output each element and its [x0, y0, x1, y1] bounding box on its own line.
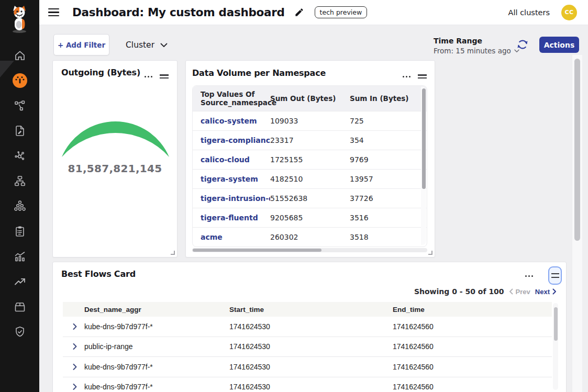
refresh-button[interactable] — [516, 38, 529, 51]
drag-handle-focused[interactable] — [548, 266, 562, 285]
sidebar-item-network[interactable] — [0, 143, 39, 169]
card-resize-handle[interactable] — [171, 251, 175, 255]
namespace-link[interactable]: tigera-intrusion-d… — [201, 194, 270, 203]
app-viewport: Dashboard: My custom dashboard tech prev… — [0, 0, 588, 392]
sidebar-item-service-graph[interactable] — [0, 93, 39, 118]
edit-dashboard-button[interactable] — [294, 7, 304, 17]
scrollbar-thumb[interactable] — [554, 307, 558, 341]
table-row: calico-system 109033 725 — [193, 111, 427, 130]
table-row: tigera-fluentd 9205685 3516 — [193, 208, 427, 227]
scrollbar-thumb[interactable] — [193, 249, 321, 252]
namespace-link[interactable]: tigera-compliance — [201, 136, 270, 144]
cluster-filter-dropdown[interactable]: Cluster — [126, 39, 168, 51]
prev-page-button[interactable]: Prev — [509, 288, 530, 296]
table-horizontal-scrollbar[interactable] — [192, 248, 427, 252]
sidebar-item-dashboards[interactable] — [0, 68, 39, 93]
table-row: kube-dns-9b7d977f-* 1741624530 174162456… — [63, 377, 552, 392]
namespace-link[interactable]: calico-cloud — [201, 155, 270, 164]
table-row: tigera-intrusion-d… 51552638 37726 — [193, 188, 427, 208]
shield-check-icon — [14, 326, 26, 338]
table-header-row: Dest_name_aggr Start_time End_time — [63, 302, 552, 317]
sum-in-value: 3518 — [350, 233, 423, 241]
expand-row-button[interactable] — [71, 382, 79, 392]
sum-in-value: 3516 — [350, 214, 423, 222]
sidebar-item-home[interactable] — [0, 43, 39, 68]
user-avatar[interactable]: CC — [561, 5, 577, 20]
expand-row-button[interactable] — [71, 362, 79, 372]
start-time: 1741624530 — [229, 342, 393, 351]
more-options-icon[interactable] — [525, 273, 534, 279]
home-icon — [14, 49, 26, 62]
sidebar-item-trends[interactable] — [0, 269, 39, 294]
drag-handle-icon[interactable] — [160, 71, 169, 82]
table-row: kube-dns-9b7d977f-* 1741624530 174162456… — [63, 357, 552, 377]
sum-in-value: 725 — [350, 117, 423, 125]
cluster-selector[interactable]: All clusters — [508, 8, 550, 17]
sidebar — [0, 0, 39, 392]
namespace-table: Top Values Of Source_namespace Sum Out (… — [192, 85, 427, 247]
sidebar-item-workloads[interactable] — [0, 294, 39, 319]
sidebar-item-statistics[interactable] — [0, 244, 39, 269]
main-content: + Add Filter Cluster Time Range From: 15… — [39, 25, 588, 392]
card-resize-handle[interactable] — [428, 251, 432, 255]
best-flows-table: Dest_name_aggr Start_time End_time kube-… — [63, 302, 552, 392]
sum-in-value: 13957 — [350, 175, 423, 183]
expand-row-button[interactable] — [71, 342, 79, 352]
sidebar-item-security[interactable] — [0, 319, 39, 344]
network-molecule-icon — [14, 150, 26, 162]
column-header: Start_time — [229, 306, 393, 313]
more-options-icon[interactable] — [144, 74, 153, 80]
end-time: 1741624560 — [393, 342, 552, 351]
time-range-dropdown[interactable]: From: 15 minutes ago — [434, 47, 519, 55]
table-vertical-scrollbar[interactable] — [553, 303, 558, 390]
end-time: 1741624560 — [393, 363, 552, 371]
menu-hamburger-icon[interactable] — [48, 6, 59, 18]
start-time: 1741624530 — [229, 363, 393, 371]
namespace-link[interactable]: tigera-system — [201, 175, 270, 183]
chevron-right-icon — [73, 323, 77, 330]
outgoing-bytes-card: Outgoing (Bytes) 81,587,821,145 — [52, 60, 177, 257]
next-page-button[interactable]: Next — [535, 288, 557, 296]
page-scrollbar[interactable] — [572, 55, 582, 392]
drag-handle-icon[interactable] — [418, 71, 427, 82]
start-time: 1741624530 — [229, 322, 393, 331]
sidebar-item-policies[interactable] — [0, 118, 39, 143]
expand-row-button[interactable] — [71, 321, 79, 331]
sum-out-value: 51552638 — [270, 194, 350, 203]
dest-name: kube-dns-9b7d977f-* — [63, 322, 229, 331]
end-time: 1741624560 — [393, 322, 552, 331]
prev-label: Prev — [516, 288, 530, 296]
table-row: acme 260302 3518 — [193, 227, 427, 247]
dashboard-gauge-icon — [12, 73, 28, 88]
namespace-link[interactable]: acme — [201, 233, 270, 241]
column-header: Top Values Of Source_namespace — [201, 90, 270, 107]
add-filter-button[interactable]: + Add Filter — [53, 34, 109, 55]
table-vertical-scrollbar[interactable] — [421, 87, 426, 245]
cluster-nodes-icon — [13, 199, 27, 213]
sidebar-item-clusters[interactable] — [0, 194, 39, 219]
namespace-link[interactable]: calico-system — [201, 117, 270, 125]
pencil-icon — [294, 7, 304, 17]
scrollbar-thumb[interactable] — [574, 59, 580, 241]
refresh-icon — [516, 38, 529, 51]
table-header-row: Top Values Of Source_namespace Sum Out (… — [193, 86, 427, 111]
gauge-arc — [62, 121, 169, 157]
scrollbar-thumb[interactable] — [422, 88, 426, 189]
dest-name: kube-dns-9b7d977f-* — [63, 363, 229, 371]
calico-cat-logo[interactable] — [8, 4, 31, 37]
stats-chart-icon — [14, 250, 26, 263]
namespace-link[interactable]: tigera-fluentd — [201, 214, 270, 222]
topbar: Dashboard: My custom dashboard tech prev… — [39, 0, 588, 25]
sidebar-item-sitemap[interactable] — [0, 169, 39, 194]
more-options-icon[interactable] — [402, 74, 411, 80]
sum-in-value: 9769 — [350, 155, 423, 164]
actions-button[interactable]: Actions — [539, 37, 579, 53]
end-time: 1741624560 — [393, 383, 552, 391]
page-title: Dashboard: My custom dashboard — [72, 6, 285, 19]
table-row: tigera-system 4182510 13957 — [193, 169, 427, 188]
chevron-down-icon — [160, 43, 168, 48]
card-title: Best Flows Card — [61, 269, 136, 279]
sidebar-item-compliance[interactable] — [0, 219, 39, 244]
chevron-right-icon — [73, 343, 77, 350]
time-range-label: Time Range — [434, 37, 482, 45]
